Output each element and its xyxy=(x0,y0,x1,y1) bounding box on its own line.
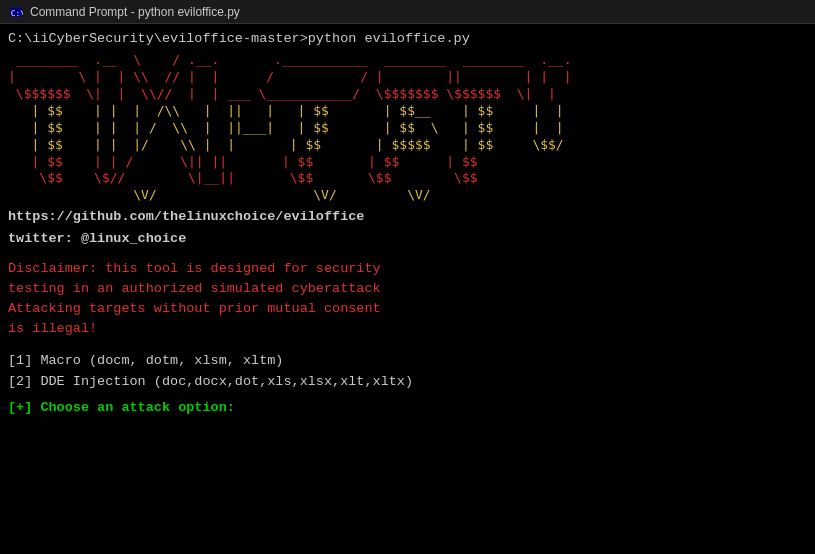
github-link: https://github.com/thelinuxchoice/evilof… xyxy=(8,208,807,226)
terminal: C:\iiCyberSecurity\eviloffice-master>pyt… xyxy=(0,24,815,554)
disclaimer-line4: is illegal! xyxy=(8,319,807,339)
option-2: [2] DDE Injection (doc,docx,dot,xls,xlsx… xyxy=(8,371,807,393)
attack-prompt[interactable]: [+] Choose an attack option: xyxy=(8,399,807,417)
option-1: [1] Macro (docm, dotm, xlsm, xltm) xyxy=(8,350,807,372)
options-block: [1] Macro (docm, dotm, xlsm, xltm) [2] D… xyxy=(8,350,807,393)
ascii-art-block: ________ .__ \ / .__. .___________ _____… xyxy=(8,52,807,204)
title-bar-text: Command Prompt - python eviloffice.py xyxy=(30,5,240,19)
disclaimer-block: Disclaimer: this tool is designed for se… xyxy=(8,259,807,340)
cmd-icon: C:\ xyxy=(8,4,24,20)
title-bar: C:\ Command Prompt - python eviloffice.p… xyxy=(0,0,815,24)
twitter-link: twitter: @linux_choice xyxy=(8,230,807,248)
disclaimer-line3: Attacking targets without prior mutual c… xyxy=(8,299,807,319)
disclaimer-line1: Disclaimer: this tool is designed for se… xyxy=(8,259,807,279)
svg-text:C:\: C:\ xyxy=(11,8,23,17)
disclaimer-line2: testing in an authorized simulated cyber… xyxy=(8,279,807,299)
cmd-line: C:\iiCyberSecurity\eviloffice-master>pyt… xyxy=(8,30,807,48)
